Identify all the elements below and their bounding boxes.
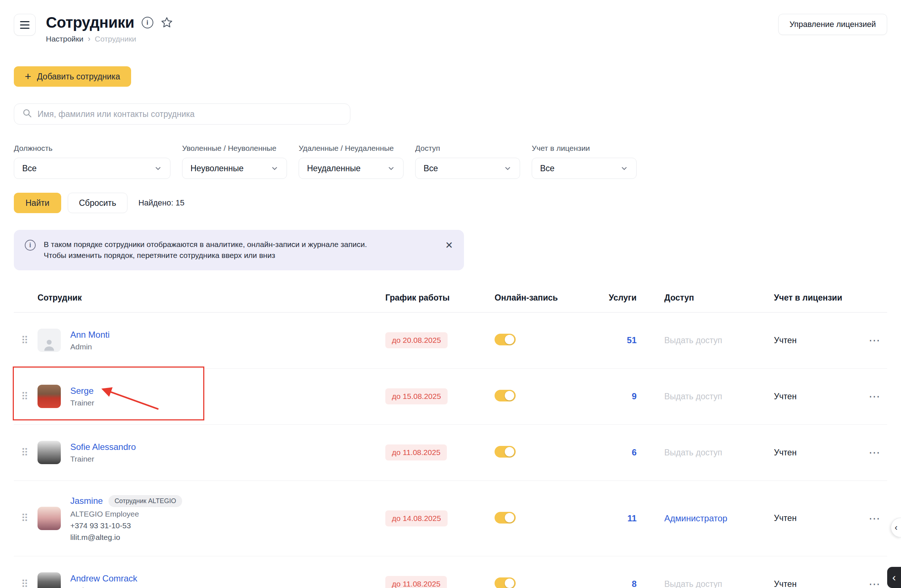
online-booking-toggle[interactable] <box>494 334 516 345</box>
info-icon[interactable]: i <box>142 17 153 28</box>
employee-role: Admin <box>70 342 110 351</box>
toggle-knob <box>505 335 514 344</box>
grant-access-action[interactable]: Выдать доступ <box>664 335 722 345</box>
drag-handle-icon[interactable]: ⠿ <box>14 578 36 588</box>
services-count-link[interactable]: 9 <box>632 391 637 401</box>
schedule-badge[interactable]: до 15.08.2025 <box>385 388 447 404</box>
online-booking-toggle[interactable] <box>494 577 516 588</box>
employee-name-link[interactable]: Ann Monti <box>70 330 110 340</box>
header-online: Онлайн-запись <box>480 293 589 303</box>
find-button[interactable]: Найти <box>14 193 61 213</box>
row-menu-icon[interactable]: ⋯ <box>862 446 887 459</box>
drag-handle-icon[interactable]: ⠿ <box>14 334 36 346</box>
chevron-down-icon <box>504 164 512 172</box>
grant-access-action[interactable]: Выдать доступ <box>664 448 722 457</box>
access-select[interactable]: Все <box>415 158 520 179</box>
star-favorite-icon[interactable] <box>161 16 173 29</box>
breadcrumb-current: Сотрудники <box>95 34 136 44</box>
banner-close-icon[interactable]: ✕ <box>445 240 453 250</box>
online-booking-toggle[interactable] <box>494 446 516 458</box>
plus-icon: + <box>25 71 31 82</box>
row-menu-icon[interactable]: ⋯ <box>862 512 887 526</box>
table-row: ⠿ Andrew Comrack Barber до 11.08.2025 8 … <box>14 556 887 588</box>
employee-name-link[interactable]: Sofie Alessandro <box>70 442 136 452</box>
employee-search <box>14 103 350 125</box>
toggle-knob <box>505 391 514 400</box>
avatar <box>37 507 61 530</box>
search-input[interactable] <box>37 109 342 119</box>
fired-select-value: Неуволенные <box>190 164 244 173</box>
employee-role: Trainer <box>70 399 94 407</box>
position-select[interactable]: Все <box>14 158 170 179</box>
position-select-value: Все <box>22 164 37 173</box>
chevron-down-icon <box>271 164 279 172</box>
add-employee-label: Добавить сотрудника <box>37 72 120 82</box>
schedule-badge[interactable]: до 11.08.2025 <box>385 445 447 460</box>
employee-email: lilit.m@alteg.io <box>70 533 182 542</box>
reset-button[interactable]: Сбросить <box>68 193 128 213</box>
fired-select[interactable]: Неуволенные <box>182 158 287 179</box>
page-header: Сотрудники i Настройки › Сотрудники Упра… <box>14 14 887 44</box>
grant-access-action[interactable]: Выдать доступ <box>664 579 722 588</box>
table-row: ⠿ Sofie Alessandro Trainer до 11.08.2025… <box>14 425 887 481</box>
drag-handle-icon[interactable]: ⠿ <box>14 447 36 459</box>
banner-line2: Чтобы изменить порядок, перетяните сотру… <box>44 250 437 261</box>
license-select[interactable]: Все <box>532 158 637 179</box>
toggle-knob <box>505 513 514 522</box>
employee-role: Trainer <box>70 455 136 463</box>
services-count-link[interactable]: 11 <box>628 513 637 523</box>
filter-fired-label: Уволенные / Неуволенные <box>182 144 287 153</box>
banner-info-icon: i <box>25 240 36 251</box>
found-count: Найдено: 15 <box>139 198 185 207</box>
services-count-link[interactable]: 51 <box>627 335 637 345</box>
employee-name-link[interactable]: Jasmine <box>70 496 103 506</box>
table-row: ⠿ Ann Monti Admin до 20.08.2025 51 Выдат… <box>14 313 887 369</box>
avatar <box>37 572 61 588</box>
deleted-select-value: Неудаленные <box>307 164 360 173</box>
breadcrumb-separator-icon: › <box>88 34 90 44</box>
employee-name-link[interactable]: Andrew Comrack <box>70 574 137 583</box>
deleted-select[interactable]: Неудаленные <box>299 158 404 179</box>
avatar <box>37 385 61 408</box>
collapse-panel-icon[interactable]: ‹ <box>887 567 901 588</box>
employee-role: Barber <box>70 586 137 588</box>
services-count-link[interactable]: 6 <box>632 448 637 457</box>
row-menu-icon[interactable]: ⋯ <box>862 333 887 347</box>
employee-name-link[interactable]: Serge <box>70 386 94 396</box>
toggle-knob <box>505 579 514 588</box>
banner-line1: В таком порядке сотрудники отображаются … <box>44 239 437 250</box>
license-status: Учтен <box>774 448 797 457</box>
altegio-employee-badge: Сотрудник ALTEGIO <box>109 495 182 507</box>
drag-handle-icon[interactable]: ⠿ <box>14 512 36 524</box>
filter-deleted-label: Удаленные / Неудаленные <box>299 144 404 153</box>
table-row: ⠿ Serge Trainer до 15.08.2025 9 Выдать д… <box>14 369 887 425</box>
chevron-down-icon <box>387 164 395 172</box>
grant-access-action[interactable]: Выдать доступ <box>664 391 722 401</box>
avatar <box>37 441 61 464</box>
license-select-value: Все <box>540 164 555 173</box>
breadcrumb-settings-link[interactable]: Настройки <box>46 34 83 44</box>
header-services: Услуги <box>589 293 637 303</box>
drag-handle-icon[interactable]: ⠿ <box>14 390 36 402</box>
hamburger-menu-button[interactable] <box>14 14 36 36</box>
license-status: Учтен <box>774 335 797 345</box>
employee-phone: +374 93 31-10-53 <box>70 521 182 530</box>
schedule-badge[interactable]: до 14.08.2025 <box>385 510 447 526</box>
online-booking-toggle[interactable] <box>494 512 516 524</box>
avatar <box>37 329 61 352</box>
schedule-badge[interactable]: до 11.08.2025 <box>385 576 447 588</box>
table-header: Сотрудник График работы Онлайн-запись Ус… <box>14 285 887 313</box>
license-management-button[interactable]: Управление лицензией <box>778 14 887 35</box>
filter-deleted: Удаленные / Неудаленные Неудаленные <box>299 144 404 179</box>
add-employee-button[interactable]: + Добавить сотрудника <box>14 66 131 87</box>
access-role-link[interactable]: Администратор <box>664 513 727 523</box>
row-menu-icon[interactable]: ⋯ <box>862 390 887 403</box>
online-booking-toggle[interactable] <box>494 390 516 401</box>
filter-position-label: Должность <box>14 144 170 153</box>
filter-license: Учет в лицензии Все <box>532 144 637 179</box>
hamburger-icon <box>20 21 30 22</box>
row-menu-icon[interactable]: ⋯ <box>862 577 887 588</box>
license-status: Учтен <box>774 579 797 588</box>
schedule-badge[interactable]: до 20.08.2025 <box>385 332 447 348</box>
services-count-link[interactable]: 8 <box>632 579 637 588</box>
